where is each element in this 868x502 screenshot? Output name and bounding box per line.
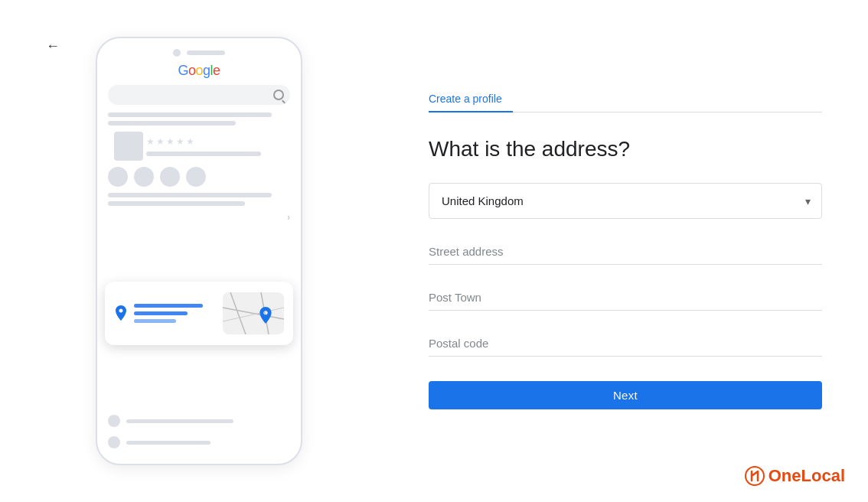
location-pin-icon: [114, 305, 128, 322]
stars-row: ★ ★ ★ ★ ★: [146, 136, 290, 147]
star-1: ★: [146, 136, 155, 147]
page-container: ← Google: [0, 0, 868, 502]
card-map: [223, 292, 284, 334]
bottom-line-2: [126, 441, 210, 445]
svg-line-1: [230, 292, 246, 334]
chevron-right: ›: [108, 212, 290, 223]
google-logo: Google: [178, 63, 220, 79]
back-arrow[interactable]: ←: [46, 38, 60, 54]
rating-line: [146, 152, 261, 156]
next-button[interactable]: Next: [429, 381, 822, 409]
circle-icon-4: [186, 167, 206, 187]
phone-top: [97, 38, 301, 63]
tab-row: Create a profile: [429, 93, 822, 105]
circle-icon-3: [160, 167, 180, 187]
phone-mockup: Google ★: [96, 37, 302, 465]
tab-underline-row: [429, 111, 822, 112]
card-overlay: [105, 282, 293, 345]
star-4: ★: [176, 136, 184, 147]
phone-camera: [173, 49, 181, 57]
street-address-group: [429, 234, 822, 265]
bottom-row-1: [108, 415, 290, 427]
onelocal-one: One: [768, 466, 801, 485]
circle-icons-row: [108, 167, 290, 187]
circle-icon-2: [134, 167, 154, 187]
more-line-2: [108, 201, 245, 206]
card-left: [114, 304, 215, 323]
map-svg: [223, 292, 284, 334]
tab-underline-inactive: [513, 112, 822, 112]
street-address-input[interactable]: [429, 234, 822, 265]
content-lines: [108, 112, 290, 126]
postal-code-input[interactable]: [429, 326, 822, 357]
tab-label: Create a profile: [429, 93, 505, 105]
content-line-1: [108, 112, 272, 117]
postal-code-group: [429, 326, 822, 357]
more-line-1: [108, 193, 272, 197]
country-select[interactable]: United Kingdom United States Canada Aust…: [429, 184, 821, 218]
onelocal-logo: OneLocal: [744, 465, 845, 487]
bottom-icon-2: [108, 436, 120, 448]
circle-icon-1: [108, 167, 128, 187]
country-group: United Kingdom United States Canada Aust…: [429, 183, 822, 219]
search-icon: [273, 90, 284, 100]
google-logo-area: Google: [108, 63, 290, 79]
content-line-2: [108, 121, 236, 126]
star-2: ★: [156, 136, 165, 147]
bottom-row-2: [108, 436, 290, 448]
google-e: e: [213, 63, 220, 78]
post-town-input[interactable]: [429, 280, 822, 311]
star-3: ★: [166, 136, 175, 147]
bottom-line-1: [126, 419, 233, 423]
bottom-icon-1: [108, 415, 120, 427]
card-lines: [134, 304, 203, 323]
card-line-2: [134, 311, 188, 315]
google-g: G: [178, 63, 188, 78]
onelocal-local: Local: [801, 466, 845, 485]
search-bar-mock: [108, 85, 290, 105]
phone-bottom: [108, 415, 290, 448]
onelocal-icon: [744, 465, 765, 487]
phone-speaker: [187, 51, 225, 55]
google-o2: o: [195, 63, 203, 78]
more-lines: [108, 193, 290, 206]
phone-screen: Google ★: [97, 63, 301, 223]
left-section: ← Google: [0, 0, 398, 502]
onelocal-text: OneLocal: [768, 466, 845, 486]
country-select-wrapper[interactable]: United Kingdom United States Canada Aust…: [429, 183, 822, 219]
card-line-1: [134, 304, 203, 308]
svg-point-4: [746, 467, 764, 485]
post-town-group: [429, 280, 822, 311]
right-section: Create a profile What is the address? Un…: [398, 0, 868, 502]
tab-underline-active: [429, 111, 513, 112]
star-5: ★: [186, 136, 194, 147]
form-title: What is the address?: [429, 137, 822, 161]
building-icon: [114, 132, 143, 161]
tab-container: Create a profile: [429, 93, 822, 112]
card-line-3: [134, 319, 176, 323]
google-g2: g: [203, 63, 210, 78]
map-pin-icon: [258, 307, 273, 328]
